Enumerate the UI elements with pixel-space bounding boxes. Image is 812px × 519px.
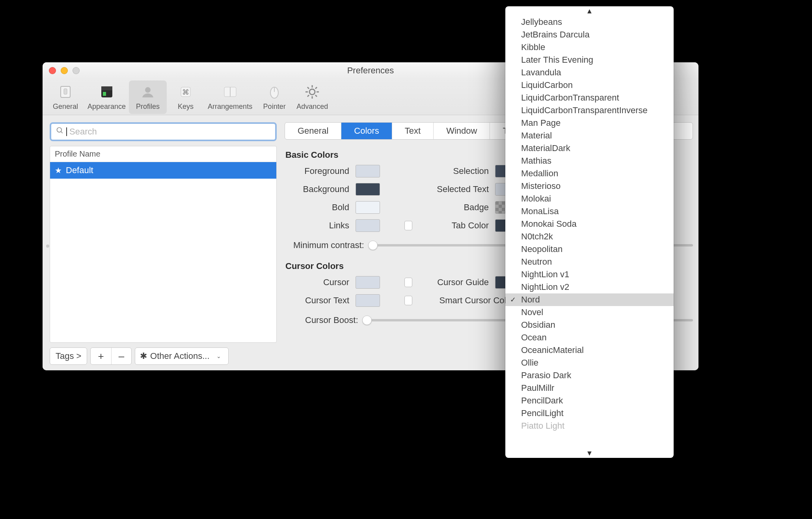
general-icon [56, 83, 74, 101]
label-smart-cursor: Smart Cursor Color [416, 295, 520, 306]
drag-handle[interactable] [46, 245, 49, 248]
profile-search[interactable] [50, 122, 277, 141]
label-bold: Bold [285, 202, 356, 213]
toolbar-pointer[interactable]: Pointer [255, 80, 293, 114]
toolbar-label: Pointer [263, 103, 286, 111]
preset-item[interactable]: LiquidCarbon [505, 79, 674, 91]
preset-item[interactable]: Piatto Light [505, 420, 674, 432]
checkbox-smart-cursor[interactable] [404, 296, 412, 305]
zoom-button[interactable] [73, 67, 80, 74]
minimize-button[interactable] [61, 67, 68, 74]
gear-icon: ✱ [140, 351, 147, 361]
preset-item[interactable]: PaulMillr [505, 382, 674, 394]
preset-item[interactable]: NightLion v2 [505, 281, 674, 293]
tab-colors[interactable]: Colors [341, 123, 392, 139]
toolbar-profiles[interactable]: Profiles [129, 80, 167, 114]
profile-toolbar: Tags > + – ✱ Other Actions... ⌄ [50, 347, 277, 365]
advanced-icon [303, 83, 321, 101]
swatch-background[interactable] [356, 183, 380, 196]
preset-item[interactable]: Novel [505, 306, 674, 319]
preset-item[interactable]: Molokai [505, 192, 674, 205]
preset-item[interactable]: PencilDark [505, 394, 674, 407]
profile-list: Profile Name ★ Default [50, 146, 277, 343]
appearance-icon [98, 83, 116, 101]
search-icon [56, 127, 64, 137]
close-button[interactable] [49, 67, 56, 74]
preset-item[interactable]: OceanicMaterial [505, 344, 674, 357]
preset-item[interactable]: LiquidCarbonTransparent [505, 91, 674, 104]
preset-item[interactable]: Lavandula [505, 66, 674, 79]
preset-item[interactable]: MaterialDark [505, 142, 674, 155]
swatch-bold[interactable] [356, 201, 380, 214]
preset-item[interactable]: Neopolitan [505, 243, 674, 256]
preset-item[interactable]: NightLion v1 [505, 268, 674, 281]
tab-text[interactable]: Text [392, 123, 434, 139]
preset-item[interactable]: Neutron [505, 256, 674, 268]
preset-item[interactable]: N0tch2k [505, 230, 674, 243]
toolbar-arrangements[interactable]: Arrangements [205, 80, 255, 114]
label-cursor-text: Cursor Text [285, 295, 356, 306]
label-links: Links [285, 220, 356, 231]
profile-search-input[interactable] [69, 127, 270, 137]
preset-item[interactable]: ✓Nord [505, 293, 674, 306]
color-presets-menu[interactable]: ▲ JellybeansJetBrains DarculaKibbleLater… [505, 6, 674, 458]
profile-row-default[interactable]: ★ Default [50, 162, 276, 179]
preset-item[interactable]: Man Page [505, 117, 674, 129]
svg-point-21 [57, 128, 62, 133]
profiles-icon [139, 83, 157, 101]
preset-item[interactable]: LiquidCarbonTransparentInverse [505, 104, 674, 117]
scroll-up-arrow[interactable]: ▲ [505, 6, 674, 16]
preset-item[interactable]: Obsidian [505, 319, 674, 331]
toolbar-label: General [53, 103, 78, 111]
swatch-cursor[interactable] [356, 276, 380, 289]
toolbar-general[interactable]: General [47, 80, 84, 114]
preset-item[interactable]: Later This Evening [505, 54, 674, 66]
scroll-down-arrow[interactable]: ▼ [505, 448, 674, 458]
preset-item[interactable]: Parasio Dark [505, 369, 674, 382]
toolbar-label: Keys [178, 103, 194, 111]
svg-rect-1 [64, 89, 67, 94]
svg-line-19 [315, 87, 317, 89]
preset-items: JellybeansJetBrains DarculaKibbleLater T… [505, 16, 674, 448]
preset-item[interactable]: Material [505, 129, 674, 142]
preset-item[interactable]: Jellybeans [505, 16, 674, 28]
other-actions-menu[interactable]: ✱ Other Actions... ⌄ [135, 348, 228, 364]
chevron-down-icon: ⌄ [216, 353, 221, 359]
preset-item[interactable]: MonaLisa [505, 205, 674, 218]
checkbox-tab-color[interactable] [404, 221, 412, 230]
svg-rect-3 [101, 86, 112, 90]
preset-item[interactable]: Ollie [505, 357, 674, 369]
preset-item[interactable]: Ocean [505, 331, 674, 344]
tab-window[interactable]: Window [434, 123, 490, 139]
toolbar-keys[interactable]: ⌘Keys [167, 80, 205, 114]
remove-profile-button[interactable]: – [112, 348, 131, 364]
preset-item[interactable]: Misterioso [505, 180, 674, 192]
arrangements-icon [221, 83, 239, 101]
checkbox-cursor-guide[interactable] [404, 278, 412, 287]
toolbar-appearance[interactable]: Appearance [84, 80, 129, 114]
svg-point-5 [145, 87, 151, 93]
pointer-icon [265, 83, 283, 101]
preset-item[interactable]: PencilLight [505, 407, 674, 420]
label-selection: Selection [416, 166, 495, 176]
profile-list-empty [50, 179, 276, 342]
label-selected-text: Selected Text [416, 184, 495, 194]
preset-item[interactable]: Medallion [505, 167, 674, 180]
add-profile-button[interactable]: + [91, 348, 111, 364]
toolbar-advanced[interactable]: Advanced [293, 80, 331, 114]
preset-item[interactable]: JetBrains Darcula [505, 28, 674, 41]
label-badge: Badge [416, 202, 495, 213]
svg-point-12 [309, 89, 315, 95]
preset-item[interactable]: Mathias [505, 155, 674, 167]
swatch-cursor-text[interactable] [356, 294, 380, 307]
preset-item[interactable]: Kibble [505, 41, 674, 54]
preset-item[interactable]: Monokai Soda [505, 218, 674, 230]
tags-button[interactable]: Tags > [50, 347, 87, 365]
swatch-links[interactable] [356, 219, 380, 232]
swatch-foreground[interactable] [356, 165, 380, 177]
tab-general[interactable]: General [285, 123, 341, 139]
label-foreground: Foreground [285, 166, 356, 176]
label-cursor: Cursor [285, 277, 356, 288]
toolbar-label: Appearance [88, 103, 126, 111]
svg-line-20 [307, 95, 309, 97]
